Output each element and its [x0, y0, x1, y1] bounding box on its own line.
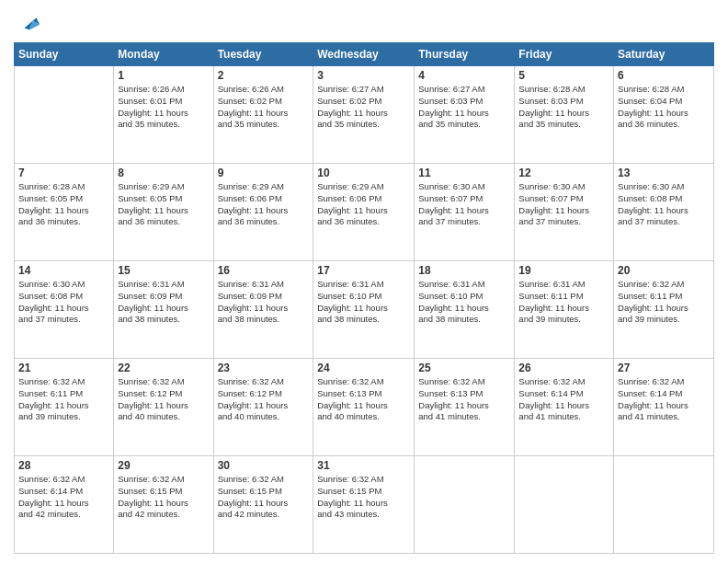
day-number: 6: [618, 69, 710, 82]
calendar-cell: 14Sunrise: 6:30 AMSunset: 6:08 PMDayligh…: [15, 261, 114, 359]
day-number: 9: [218, 167, 310, 179]
sunrise-text: Sunrise: 6:31 AM: [218, 279, 310, 291]
sunrise-text: Sunrise: 6:30 AM: [518, 181, 609, 193]
sunset-text: Sunset: 6:14 PM: [18, 486, 109, 498]
col-header-friday: Friday: [515, 43, 614, 66]
calendar-cell: 23Sunrise: 6:32 AMSunset: 6:12 PMDayligh…: [213, 359, 313, 456]
daylight-text: Daylight: 11 hours: [618, 108, 710, 120]
daylight-minutes-text: and 39 minutes.: [618, 314, 710, 326]
daylight-text: Daylight: 11 hours: [518, 205, 609, 217]
calendar-cell: 21Sunrise: 6:32 AMSunset: 6:11 PMDayligh…: [15, 359, 114, 456]
day-number: 7: [18, 167, 109, 179]
sunrise-text: Sunrise: 6:32 AM: [118, 474, 209, 486]
daylight-text: Daylight: 11 hours: [618, 400, 710, 412]
daylight-text: Daylight: 11 hours: [518, 400, 609, 412]
day-number: 8: [118, 167, 209, 179]
day-number: 21: [18, 362, 109, 374]
calendar-cell: 12Sunrise: 6:30 AMSunset: 6:07 PMDayligh…: [515, 164, 614, 261]
daylight-minutes-text: and 35 minutes.: [418, 119, 510, 131]
calendar-cell: 18Sunrise: 6:31 AMSunset: 6:10 PMDayligh…: [415, 261, 515, 359]
sunrise-text: Sunrise: 6:32 AM: [317, 474, 410, 486]
daylight-text: Daylight: 11 hours: [618, 205, 710, 217]
sunset-text: Sunset: 6:12 PM: [118, 388, 209, 400]
daylight-minutes-text: and 39 minutes.: [518, 314, 609, 326]
calendar-cell: 27Sunrise: 6:32 AMSunset: 6:14 PMDayligh…: [614, 359, 714, 456]
calendar-cell: [15, 66, 114, 164]
day-number: 15: [118, 264, 209, 277]
daylight-minutes-text: and 40 minutes.: [118, 411, 209, 423]
daylight-text: Daylight: 11 hours: [118, 108, 209, 120]
sunrise-text: Sunrise: 6:32 AM: [418, 376, 510, 388]
calendar-cell: 16Sunrise: 6:31 AMSunset: 6:09 PMDayligh…: [213, 261, 313, 359]
sunrise-text: Sunrise: 6:28 AM: [618, 84, 710, 96]
day-number: 1: [118, 69, 209, 82]
daylight-text: Daylight: 11 hours: [418, 205, 510, 217]
col-header-wednesday: Wednesday: [313, 43, 415, 66]
sunset-text: Sunset: 6:05 PM: [18, 193, 109, 205]
calendar-cell: 22Sunrise: 6:32 AMSunset: 6:12 PMDayligh…: [114, 359, 213, 456]
calendar-cell: 25Sunrise: 6:32 AMSunset: 6:13 PMDayligh…: [415, 359, 515, 456]
sunset-text: Sunset: 6:08 PM: [618, 193, 710, 205]
daylight-minutes-text: and 39 minutes.: [18, 411, 109, 423]
day-number: 29: [118, 459, 209, 472]
day-number: 28: [18, 459, 109, 472]
calendar-cell: 4Sunrise: 6:27 AMSunset: 6:03 PMDaylight…: [415, 66, 515, 164]
sunset-text: Sunset: 6:03 PM: [418, 96, 510, 108]
daylight-text: Daylight: 11 hours: [418, 303, 510, 315]
week-row-5: 28Sunrise: 6:32 AMSunset: 6:14 PMDayligh…: [15, 456, 714, 554]
calendar-cell: 1Sunrise: 6:26 AMSunset: 6:01 PMDaylight…: [114, 66, 213, 164]
sunset-text: Sunset: 6:10 PM: [418, 291, 510, 303]
sunset-text: Sunset: 6:09 PM: [118, 291, 209, 303]
calendar-cell: 20Sunrise: 6:32 AMSunset: 6:11 PMDayligh…: [614, 261, 714, 359]
daylight-text: Daylight: 11 hours: [317, 400, 410, 412]
daylight-minutes-text: and 35 minutes.: [218, 119, 310, 131]
calendar-cell: [515, 456, 614, 554]
day-number: 3: [317, 69, 410, 82]
sunrise-text: Sunrise: 6:31 AM: [418, 279, 510, 291]
daylight-text: Daylight: 11 hours: [218, 205, 310, 217]
daylight-minutes-text: and 37 minutes.: [18, 314, 109, 326]
week-row-4: 21Sunrise: 6:32 AMSunset: 6:11 PMDayligh…: [15, 359, 714, 456]
day-number: 10: [317, 167, 410, 179]
day-number: 18: [418, 264, 510, 277]
sunrise-text: Sunrise: 6:32 AM: [218, 474, 310, 486]
daylight-minutes-text: and 40 minutes.: [218, 411, 310, 423]
sunset-text: Sunset: 6:15 PM: [218, 486, 310, 498]
daylight-text: Daylight: 11 hours: [418, 108, 510, 120]
daylight-text: Daylight: 11 hours: [218, 303, 310, 315]
week-row-3: 14Sunrise: 6:30 AMSunset: 6:08 PMDayligh…: [15, 261, 714, 359]
sunset-text: Sunset: 6:13 PM: [418, 388, 510, 400]
day-number: 30: [218, 459, 310, 472]
sunrise-text: Sunrise: 6:26 AM: [118, 84, 209, 96]
sunset-text: Sunset: 6:10 PM: [317, 291, 410, 303]
sunrise-text: Sunrise: 6:28 AM: [18, 181, 109, 193]
calendar-cell: 13Sunrise: 6:30 AMSunset: 6:08 PMDayligh…: [614, 164, 714, 261]
daylight-minutes-text: and 42 minutes.: [218, 509, 310, 521]
sunset-text: Sunset: 6:12 PM: [218, 388, 310, 400]
daylight-minutes-text: and 42 minutes.: [18, 509, 109, 521]
day-number: 19: [518, 264, 609, 277]
sunrise-text: Sunrise: 6:30 AM: [418, 181, 510, 193]
sunrise-text: Sunrise: 6:32 AM: [218, 376, 310, 388]
daylight-minutes-text: and 43 minutes.: [317, 509, 410, 521]
daylight-minutes-text: and 35 minutes.: [317, 119, 410, 131]
sunrise-text: Sunrise: 6:32 AM: [18, 376, 109, 388]
sunrise-text: Sunrise: 6:31 AM: [118, 279, 209, 291]
sunset-text: Sunset: 6:02 PM: [317, 96, 410, 108]
sunrise-text: Sunrise: 6:32 AM: [618, 376, 710, 388]
day-number: 2: [218, 69, 310, 82]
daylight-text: Daylight: 11 hours: [317, 108, 410, 120]
sunset-text: Sunset: 6:06 PM: [218, 193, 310, 205]
col-header-monday: Monday: [114, 43, 213, 66]
sunrise-text: Sunrise: 6:27 AM: [317, 84, 410, 96]
daylight-text: Daylight: 11 hours: [317, 205, 410, 217]
calendar-cell: 10Sunrise: 6:29 AMSunset: 6:06 PMDayligh…: [313, 164, 415, 261]
daylight-minutes-text: and 41 minutes.: [518, 411, 609, 423]
calendar-cell: 17Sunrise: 6:31 AMSunset: 6:10 PMDayligh…: [313, 261, 415, 359]
sunrise-text: Sunrise: 6:30 AM: [18, 279, 109, 291]
calendar-cell: [415, 456, 515, 554]
daylight-text: Daylight: 11 hours: [618, 303, 710, 315]
col-header-saturday: Saturday: [614, 43, 714, 66]
daylight-minutes-text: and 36 minutes.: [118, 216, 209, 228]
sunset-text: Sunset: 6:09 PM: [218, 291, 310, 303]
